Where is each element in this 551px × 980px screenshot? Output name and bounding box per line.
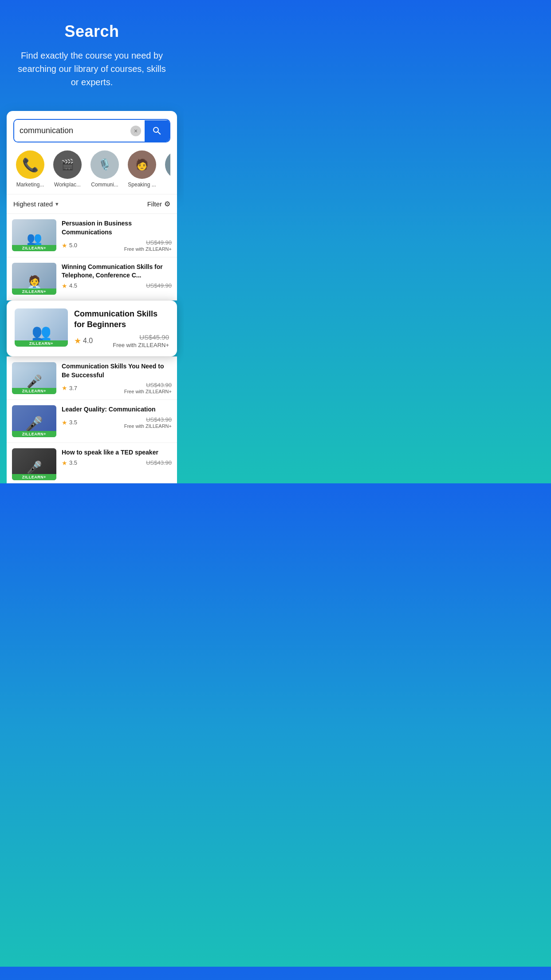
filter-row: Highest rated ▾ Filter ⚙ [7, 194, 177, 214]
price-col-featured: US$45.90 Free with ZILLEARN+ [113, 333, 169, 348]
categories-row: 📞 Marketing... 🎬 Workplac... 🎙️ Communi.… [13, 150, 170, 194]
course-title-1: Persuasion in Business Communications [62, 219, 172, 237]
course-thumb-featured: 👥 ZILLEARN+ [15, 308, 68, 347]
price-col-6: US$43.90 [146, 459, 172, 466]
price-original-2: US$49.90 [146, 282, 172, 289]
search-icon [152, 126, 162, 136]
rating-row-featured: ★ 4.0 US$45.90 Free with ZILLEARN+ [74, 333, 169, 348]
search-clear-button[interactable]: × [130, 126, 141, 136]
rating-left-5: ★ 3.5 [62, 419, 77, 426]
filter-button[interactable]: Filter ⚙ [147, 200, 170, 208]
course-item-featured[interactable]: 👥 ZILLEARN+ Communication Skills for Beg… [7, 300, 177, 357]
category-icon-marketing: 📞 [16, 150, 44, 179]
star-icon-2: ★ [62, 282, 67, 289]
course-rating-row-2: ★ 4.5 US$49.90 [62, 282, 172, 289]
zillearn-badge-1: ZILLEARN+ [12, 245, 56, 251]
course-info-4: Communication Skills You Need to Be Succ… [62, 362, 172, 394]
star-icon-1: ★ [62, 242, 67, 249]
price-col-1: US$49.90 Free with ZILLEARN+ [124, 239, 172, 252]
course-item-5[interactable]: 🎤 ZILLEARN+ Leader Quality: Communicatio… [7, 400, 177, 443]
star-icon-5: ★ [62, 419, 67, 426]
course-title-5: Leader Quality: Communication [62, 405, 172, 414]
category-item-marketing[interactable]: 📞 Marketing... [13, 150, 47, 188]
price-free-5: Free with ZILLEARN+ [124, 423, 172, 429]
rating-num-5: 3.5 [69, 419, 77, 426]
category-item-workplace[interactable]: 🎬 Workplac... [51, 150, 84, 188]
star-icon-6: ★ [62, 459, 67, 466]
course-rating-row-1: ★ 5.0 US$49.90 Free with ZILLEARN+ [62, 239, 172, 252]
rating-left-featured: ★ 4.0 [74, 336, 93, 346]
course-thumb-6: 🎤 ZILLEARN+ [12, 448, 56, 480]
filter-icon: ⚙ [164, 200, 170, 208]
course-title-6: How to speak like a TED speaker [62, 448, 172, 457]
price-original-4: US$43.90 [124, 382, 172, 388]
course-thumb-5: 🎤 ZILLEARN+ [12, 405, 56, 437]
category-label-workplace: Workplac... [54, 182, 81, 188]
course-title-featured: Communication Skills for Beginners [74, 308, 169, 330]
price-free-4: Free with ZILLEARN+ [124, 389, 172, 394]
course-item-2[interactable]: 🧑‍💼 ZILLEARN+ Winning Communication Skil… [7, 257, 177, 300]
price-col-4: US$43.90 Free with ZILLEARN+ [124, 382, 172, 394]
category-item-speaking[interactable]: 🧑 Speaking ... [125, 150, 159, 188]
featured-card-wrapper: 👥 ZILLEARN+ Communication Skills for Beg… [7, 300, 177, 357]
star-icon-4: ★ [62, 384, 67, 391]
price-col-5: US$43.90 Free with ZILLEARN+ [124, 416, 172, 429]
course-rating-row-6: ★ 3.5 US$43.90 [62, 459, 172, 466]
zillearn-badge-featured: ZILLEARN+ [15, 340, 68, 347]
filter-label: Filter [147, 200, 162, 208]
course-rating-row-4: ★ 3.7 US$43.90 Free with ZILLEARN+ [62, 382, 172, 394]
zillearn-badge-5: ZILLEARN+ [12, 431, 56, 437]
price-col-2: US$49.90 [146, 282, 172, 289]
zillearn-badge-6: ZILLEARN+ [12, 474, 56, 480]
header-subtitle: Find exactly the course you need by sear… [13, 49, 170, 89]
rating-num-featured: 4.0 [83, 337, 93, 345]
category-icon-communication: 🎙️ [91, 150, 119, 179]
header-section: Search Find exactly the course you need … [0, 0, 184, 102]
category-label-communication: Communi... [91, 182, 118, 188]
rating-left-4: ★ 3.7 [62, 384, 77, 391]
search-bar: × [13, 119, 170, 142]
course-info-1: Persuasion in Business Communications ★ … [62, 219, 172, 251]
course-thumb-2: 🧑‍💼 ZILLEARN+ [12, 263, 56, 295]
course-item-1[interactable]: 👥 ZILLEARN+ Persuasion in Business Commu… [7, 214, 177, 257]
category-icon-speaking: 🧑 [128, 150, 156, 179]
results-container: Highest rated ▾ Filter ⚙ 👥 ZILLEARN+ Per… [7, 194, 177, 300]
star-icon-featured: ★ [74, 336, 81, 346]
zillearn-badge-4: ZILLEARN+ [12, 388, 56, 394]
course-info-featured: Communication Skills for Beginners ★ 4.0… [74, 308, 169, 349]
rating-num-4: 3.7 [69, 385, 77, 391]
page-title: Search [13, 22, 170, 41]
below-fold-results: 🎤 ZILLEARN+ Communication Skills You Nee… [7, 356, 177, 483]
category-icon-ace: 👤 [165, 150, 170, 179]
category-label-speaking: Speaking ... [128, 182, 156, 188]
category-item-ace[interactable]: 👤 Ace [162, 150, 170, 188]
zillearn-badge-2: ZILLEARN+ [12, 288, 56, 295]
price-original-6: US$43.90 [146, 459, 172, 466]
course-info-2: Winning Communication Skills for Telepho… [62, 263, 172, 295]
rating-left-2: ★ 4.5 [62, 282, 77, 289]
rating-left-1: ★ 5.0 [62, 242, 77, 249]
price-free-featured: Free with ZILLEARN+ [113, 342, 169, 348]
price-original-featured: US$45.90 [113, 333, 169, 341]
rating-left-6: ★ 3.5 [62, 459, 77, 466]
search-go-button[interactable] [145, 120, 169, 142]
sort-button[interactable]: Highest rated ▾ [13, 200, 59, 208]
price-free-1: Free with ZILLEARN+ [124, 246, 172, 252]
course-item-6[interactable]: 🎤 ZILLEARN+ How to speak like a TED spea… [7, 443, 177, 483]
price-original-5: US$43.90 [124, 416, 172, 423]
sort-arrow-icon: ▾ [55, 201, 59, 207]
rating-num-6: 3.5 [69, 459, 77, 466]
course-thumb-4: 🎤 ZILLEARN+ [12, 362, 56, 394]
search-container: × 📞 Marketing... 🎬 Workplac... 🎙️ Commun [7, 111, 177, 194]
search-input[interactable] [14, 120, 130, 142]
course-rating-row-5: ★ 3.5 US$43.90 Free with ZILLEARN+ [62, 416, 172, 429]
course-title-4: Communication Skills You Need to Be Succ… [62, 362, 172, 379]
rating-num-2: 4.5 [69, 282, 77, 289]
course-thumb-1: 👥 ZILLEARN+ [12, 219, 56, 251]
category-label-marketing: Marketing... [16, 182, 44, 188]
price-original-1: US$49.90 [124, 239, 172, 246]
category-item-communication[interactable]: 🎙️ Communi... [88, 150, 122, 188]
course-info-5: Leader Quality: Communication ★ 3.5 US$4… [62, 405, 172, 437]
course-item-4[interactable]: 🎤 ZILLEARN+ Communication Skills You Nee… [7, 357, 177, 400]
course-info-6: How to speak like a TED speaker ★ 3.5 US… [62, 448, 172, 480]
